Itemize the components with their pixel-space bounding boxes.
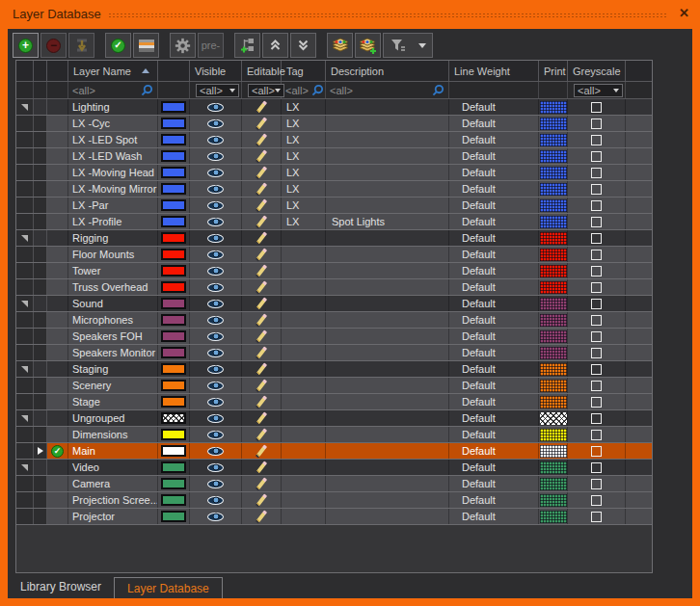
greyscale-cell[interactable] (568, 132, 626, 147)
editable-cell[interactable] (242, 443, 282, 459)
greyscale-checkbox[interactable] (591, 495, 602, 506)
print-cell[interactable] (539, 296, 568, 311)
greyscale-checkbox[interactable] (591, 299, 602, 309)
tag-cell[interactable] (282, 263, 326, 278)
pencil-icon[interactable] (256, 379, 267, 392)
tag-cell[interactable] (282, 476, 326, 491)
layer-color-swatch[interactable] (161, 167, 186, 178)
line-weight-cell[interactable]: Default (449, 410, 539, 426)
greyscale-cell[interactable] (568, 394, 626, 409)
tag-cell[interactable]: LX (282, 181, 326, 197)
editable-cell[interactable] (242, 198, 282, 213)
pencil-icon[interactable] (256, 444, 267, 458)
visible-cell[interactable] (190, 312, 242, 328)
editable-cell[interactable] (242, 165, 282, 180)
color-cell[interactable] (158, 361, 190, 377)
greyscale-checkbox[interactable] (591, 381, 602, 391)
color-cell[interactable] (158, 230, 190, 246)
print-pattern-swatch[interactable] (540, 150, 567, 163)
editable-cell[interactable] (242, 181, 282, 197)
color-cell[interactable] (158, 99, 190, 115)
tag-cell[interactable] (282, 443, 326, 459)
layer-color-swatch[interactable] (161, 249, 186, 260)
expander-cell[interactable] (16, 476, 34, 491)
greyscale-cell[interactable] (568, 443, 626, 459)
greyscale-filter-dropdown[interactable]: <all> (568, 82, 626, 98)
header-color-col[interactable] (158, 61, 190, 81)
layer-color-swatch[interactable] (161, 429, 186, 440)
tag-cell[interactable]: LX (282, 214, 326, 229)
layer-name-cell[interactable]: Rigging (68, 230, 158, 246)
description-cell[interactable] (326, 296, 449, 311)
pencil-icon[interactable] (256, 248, 267, 261)
visible-cell[interactable] (190, 181, 242, 197)
print-cell[interactable] (539, 427, 568, 442)
description-cell[interactable] (326, 263, 449, 278)
layer-name-cell[interactable]: Camera (68, 476, 158, 491)
editable-cell[interactable] (242, 132, 282, 147)
header-visible[interactable]: Visible (190, 61, 242, 81)
print-pattern-swatch[interactable] (540, 232, 567, 245)
tag-cell[interactable] (282, 460, 326, 475)
editable-cell[interactable] (242, 427, 282, 442)
color-cell[interactable] (158, 247, 190, 262)
color-cell[interactable] (158, 198, 190, 213)
editable-cell[interactable] (242, 247, 282, 262)
greyscale-checkbox[interactable] (591, 266, 602, 277)
line-weight-cell[interactable]: Default (449, 148, 539, 164)
layer-name-cell[interactable]: LX -Moving Head (68, 165, 158, 180)
color-cell[interactable] (158, 312, 190, 328)
print-pattern-swatch[interactable] (540, 380, 567, 392)
visible-cell[interactable] (190, 198, 242, 213)
layer-color-swatch[interactable] (161, 380, 186, 391)
line-weight-cell[interactable]: Default (449, 345, 539, 360)
greyscale-cell[interactable] (568, 361, 626, 377)
tab-library-browser[interactable]: Library Browser (8, 575, 114, 598)
tag-cell[interactable] (282, 345, 326, 360)
pencil-icon[interactable] (256, 510, 267, 523)
print-pattern-swatch[interactable] (540, 330, 567, 343)
greyscale-cell[interactable] (568, 312, 626, 328)
close-icon[interactable]: ✕ (679, 6, 689, 20)
expander-cell[interactable] (16, 132, 34, 147)
description-cell[interactable] (326, 443, 449, 459)
greyscale-checkbox[interactable] (591, 479, 602, 489)
visible-cell[interactable] (190, 427, 242, 442)
expander-cell[interactable] (16, 460, 34, 475)
layer-name-cell[interactable]: LX -Moving Mirror (68, 181, 158, 197)
expander-cell[interactable] (16, 230, 34, 246)
visible-cell[interactable] (190, 247, 242, 262)
layer-color-swatch[interactable] (161, 478, 186, 489)
table-row[interactable]: ✓ LX -LED Spot LX Default (16, 132, 652, 148)
layer-color-swatch[interactable] (161, 461, 186, 473)
print-pattern-swatch[interactable] (540, 511, 567, 523)
layer-name-cell[interactable]: Floor Mounts (68, 247, 158, 262)
color-cell[interactable] (158, 116, 190, 131)
greyscale-checkbox[interactable] (591, 233, 602, 244)
expand-collapse-icon[interactable] (21, 464, 28, 471)
editable-cell[interactable] (242, 460, 282, 475)
print-cell[interactable] (539, 476, 568, 491)
pencil-icon[interactable] (256, 395, 267, 408)
table-row[interactable]: ✓ Ungrouped Default (16, 410, 652, 427)
print-pattern-swatch[interactable] (540, 347, 567, 359)
table-row[interactable]: ✓ LX -Profile LX Spot Lights Default (16, 214, 652, 230)
search-icon[interactable] (432, 84, 444, 96)
eye-icon[interactable] (207, 250, 224, 259)
print-cell[interactable] (539, 116, 568, 131)
print-cell[interactable] (539, 394, 568, 409)
visible-cell[interactable] (190, 132, 242, 147)
layer-name-cell[interactable]: LX -Profile (68, 214, 158, 229)
pencil-icon[interactable] (256, 100, 267, 114)
description-cell[interactable] (326, 181, 449, 197)
color-cell[interactable] (158, 476, 190, 491)
tag-cell[interactable]: LX (282, 198, 326, 213)
greyscale-cell[interactable] (568, 263, 626, 278)
layer-name-cell[interactable]: Main (68, 443, 158, 459)
table-row[interactable]: ✓ Scenery Default (16, 378, 652, 394)
layer-name-filter-input[interactable]: <all> (68, 82, 158, 98)
layer-name-cell[interactable]: Speakers FOH (68, 329, 158, 344)
layer-color-swatch[interactable] (161, 134, 186, 145)
line-weight-cell[interactable]: Default (449, 296, 539, 311)
line-weight-cell[interactable]: Default (449, 329, 539, 344)
